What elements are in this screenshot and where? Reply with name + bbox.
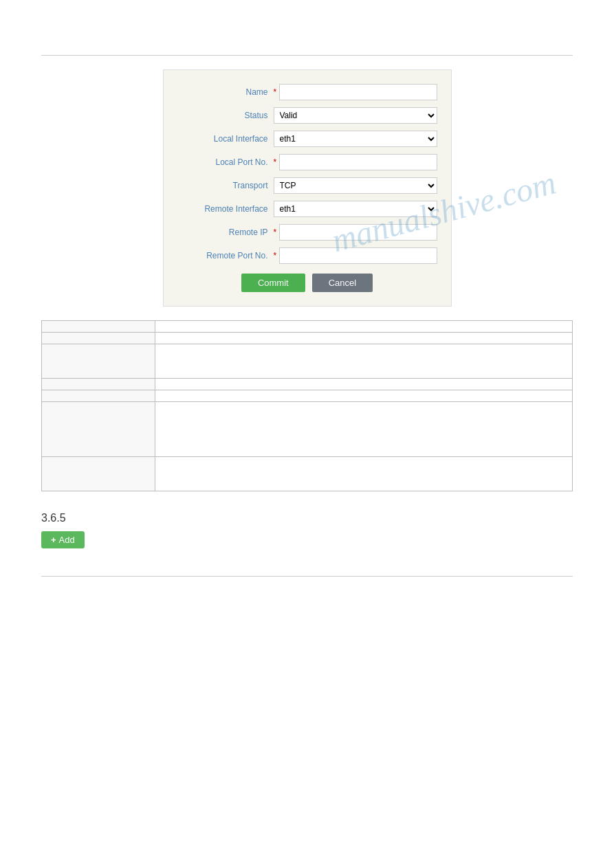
table-cell-value bbox=[155, 379, 573, 390]
form-buttons: Commit Cancel bbox=[177, 274, 437, 292]
name-input[interactable] bbox=[279, 84, 437, 100]
remote-port-required-star: * bbox=[274, 251, 277, 260]
local-interface-label-text: Local Interface bbox=[214, 134, 268, 144]
remote-port-label-text: Remote Port No. bbox=[206, 251, 267, 260]
table-row bbox=[42, 379, 573, 390]
table-cell-value bbox=[155, 402, 573, 457]
table-cell-label bbox=[42, 321, 155, 333]
table-row bbox=[42, 457, 573, 491]
status-label: Status bbox=[177, 111, 274, 120]
remote-ip-label: Remote IP bbox=[177, 227, 274, 237]
local-port-row: Local Port No. * bbox=[177, 154, 437, 170]
table-row bbox=[42, 344, 573, 379]
table-cell-value bbox=[155, 457, 573, 491]
name-label: Name bbox=[177, 87, 274, 97]
remote-ip-required-star: * bbox=[274, 227, 277, 237]
table-cell-label bbox=[42, 457, 155, 491]
bottom-divider bbox=[41, 576, 573, 577]
local-interface-row: Local Interface eth1 eth0 bbox=[177, 131, 437, 147]
status-label-text: Status bbox=[244, 111, 267, 120]
remote-interface-label: Remote Interface bbox=[177, 204, 274, 214]
cancel-button[interactable]: Cancel bbox=[312, 274, 373, 292]
table-row bbox=[42, 321, 573, 333]
transport-row: Transport TCP UDP bbox=[177, 177, 437, 194]
table-cell-label bbox=[42, 379, 155, 390]
commit-button[interactable]: Commit bbox=[241, 274, 305, 292]
local-port-label: Local Port No. bbox=[177, 157, 274, 167]
table-cell-value bbox=[155, 333, 573, 344]
table-cell-label bbox=[42, 402, 155, 457]
remote-port-input[interactable] bbox=[279, 247, 437, 264]
local-interface-label: Local Interface bbox=[177, 134, 274, 144]
remote-interface-select[interactable]: eth1 eth0 bbox=[274, 201, 437, 217]
remote-port-label: Remote Port No. bbox=[177, 251, 274, 260]
remote-port-row: Remote Port No. * bbox=[177, 247, 437, 264]
table-cell-label bbox=[42, 333, 155, 344]
form-container: Name * Status Valid Invalid Local Interf… bbox=[163, 69, 452, 307]
table-cell-label bbox=[42, 344, 155, 379]
table-row bbox=[42, 390, 573, 402]
table-cell-value bbox=[155, 390, 573, 402]
local-interface-select[interactable]: eth1 eth0 bbox=[274, 131, 437, 147]
table-row bbox=[42, 402, 573, 457]
add-icon: + bbox=[51, 535, 56, 545]
table-cell-value bbox=[155, 321, 573, 333]
remote-interface-row: Remote Interface eth1 eth0 bbox=[177, 201, 437, 217]
local-port-label-text: Local Port No. bbox=[215, 157, 267, 167]
table-section bbox=[41, 320, 573, 491]
remote-interface-label-text: Remote Interface bbox=[204, 204, 267, 214]
table-cell-label bbox=[42, 390, 155, 402]
section-heading: 3.6.5 bbox=[41, 512, 573, 524]
name-label-text: Name bbox=[245, 87, 267, 97]
table-row bbox=[42, 333, 573, 344]
status-row: Status Valid Invalid bbox=[177, 107, 437, 124]
data-table bbox=[41, 320, 573, 491]
remote-ip-row: Remote IP * bbox=[177, 224, 437, 241]
transport-label: Transport bbox=[177, 181, 274, 190]
table-cell-value bbox=[155, 344, 573, 379]
remote-ip-input[interactable] bbox=[279, 224, 437, 241]
status-select[interactable]: Valid Invalid bbox=[274, 107, 437, 124]
local-port-input[interactable] bbox=[279, 154, 437, 170]
add-button[interactable]: + Add bbox=[41, 531, 85, 548]
name-row: Name * bbox=[177, 84, 437, 100]
transport-label-text: Transport bbox=[233, 181, 268, 190]
name-required-star: * bbox=[274, 87, 277, 97]
transport-select[interactable]: TCP UDP bbox=[274, 177, 437, 194]
add-button-label: Add bbox=[59, 535, 75, 545]
top-divider bbox=[41, 55, 573, 56]
remote-ip-label-text: Remote IP bbox=[229, 227, 268, 237]
local-port-required-star: * bbox=[274, 157, 277, 167]
